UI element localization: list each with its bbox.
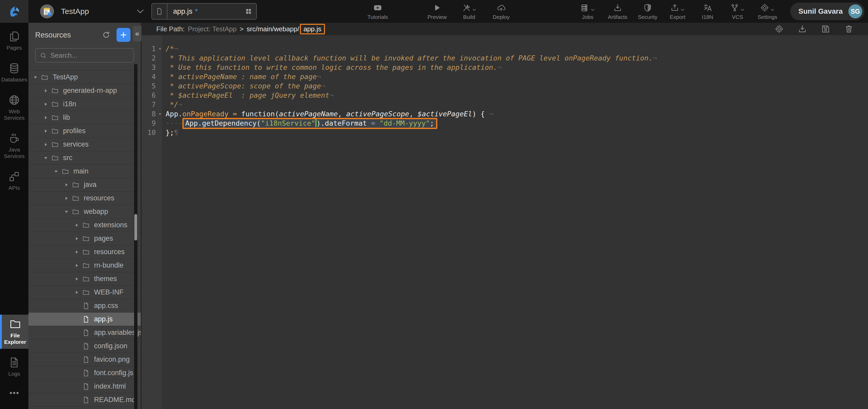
tree-node-lib[interactable]: lib [28, 111, 141, 124]
save-icon[interactable] [821, 24, 830, 34]
action-i18n[interactable]: I18N [697, 3, 718, 20]
tree-node-pages[interactable]: pages [28, 232, 141, 245]
fold-caret-icon[interactable]: ▾ [159, 47, 161, 51]
databases-icon [8, 62, 20, 74]
collapse-panel-button[interactable]: « [133, 26, 141, 41]
sidebar-item-java-services[interactable]: Java Services [0, 129, 28, 163]
caret-right-icon[interactable] [64, 182, 69, 188]
action-label: Export [670, 14, 685, 20]
breadcrumb-prefix: File Path: [156, 25, 185, 33]
chevron-down-icon [740, 7, 745, 12]
action-preview[interactable]: Preview [427, 3, 447, 20]
tree-node-generated-rn-app[interactable]: generated-rn-app [28, 84, 141, 97]
action-vcs[interactable]: VCS [727, 3, 748, 20]
tree-node-theme.variables[interactable]: theme.variables [28, 407, 141, 409]
tree-node-label: font.config.js [94, 369, 133, 377]
refresh-icon[interactable] [102, 31, 110, 39]
tree-node-resources[interactable]: resources [28, 192, 141, 205]
caret-right-icon[interactable] [64, 196, 69, 201]
file-path-bar: File Path: Project: TestApp > src/main/w… [142, 23, 868, 35]
tree-node-src[interactable]: src [28, 151, 141, 165]
caret-right-icon[interactable] [43, 101, 49, 107]
sidebar-item-apis[interactable]: APIs [0, 167, 28, 195]
grid-icon[interactable] [245, 8, 252, 15]
action-deploy[interactable]: Deploy [491, 3, 512, 20]
action-label: VCS [732, 14, 743, 20]
tree-node-font.config.js[interactable]: font.config.js [28, 366, 141, 380]
tree-node-label: themes [94, 275, 117, 283]
search-input[interactable] [51, 52, 129, 59]
caret-right-icon[interactable] [43, 88, 49, 94]
tree-node-favicon.png[interactable]: favicon.png [28, 353, 141, 366]
add-resource-button[interactable] [117, 28, 130, 42]
tree-node-config.json[interactable]: config.json [28, 340, 141, 353]
sidebar-item-label: APIs [8, 184, 20, 191]
tree-node-extensions[interactable]: extensions [28, 218, 141, 232]
caret-right-icon[interactable] [43, 142, 49, 147]
caret-down-icon[interactable] [64, 209, 69, 214]
action-security[interactable]: Security [637, 3, 658, 20]
tree-node-services[interactable]: services [28, 138, 141, 151]
caret-right-icon[interactable] [74, 236, 80, 241]
sidebar-item-databases[interactable]: Databases [0, 59, 28, 86]
code-segment: * activePageName : name of the page [165, 72, 317, 81]
delete-icon[interactable] [844, 24, 854, 34]
tree-node-themes[interactable]: themes [28, 272, 141, 286]
tree-node-readme.md[interactable]: README.md [28, 393, 141, 407]
caret-right-icon[interactable] [43, 128, 49, 134]
action-settings[interactable]: Settings [757, 3, 778, 20]
download-icon[interactable] [798, 24, 807, 34]
tree-node-index.html[interactable]: index.html [28, 380, 141, 393]
code-line-1: 1▾/*¬ [142, 44, 868, 53]
code-lines: 1▾/*¬2 * This application level callback… [142, 35, 868, 137]
caret-right-icon[interactable] [74, 222, 80, 228]
caret-down-icon[interactable] [53, 169, 59, 174]
i18n-icon-wrap [703, 3, 712, 12]
action-export[interactable]: Export [667, 3, 688, 20]
code-area[interactable]: 1▾/*¬2 * This application level callback… [142, 35, 868, 409]
wavemaker-logo[interactable] [0, 0, 28, 23]
tree-node-java[interactable]: java [28, 178, 141, 192]
tree-node-testapp[interactable]: TestApp [28, 70, 141, 84]
open-file-tab[interactable]: app.js * [151, 3, 257, 20]
code-segment: * $activePageEl : page jQuery element [165, 91, 330, 99]
code-segment: ) { [472, 110, 485, 118]
tree-node-webapp[interactable]: webapp [28, 205, 141, 218]
tree-node-app.js[interactable]: app.js [28, 313, 141, 326]
user-menu[interactable]: Sunil Gavara SG [790, 3, 864, 20]
project-selector[interactable]: TestApp [28, 0, 148, 23]
file-icon [82, 383, 90, 390]
tree-node-web-inf[interactable]: WEB-INF [28, 286, 141, 299]
tree-node-rn-bundle[interactable]: rn-bundle [28, 259, 141, 272]
caret-right-icon[interactable] [43, 115, 49, 120]
code-text: * This application level callback functi… [162, 54, 657, 62]
action-jobs[interactable]: Jobs [578, 3, 598, 20]
caret-down-icon[interactable] [33, 75, 38, 80]
sidebar-item-pages[interactable]: Pages [0, 27, 28, 55]
fold-caret-icon[interactable]: ▾ [159, 112, 161, 116]
sidebar-item-web-services[interactable]: Web Services [0, 90, 28, 125]
caret-right-icon[interactable] [74, 290, 80, 295]
caret-right-icon[interactable] [74, 263, 80, 268]
settings-gear-icon[interactable] [774, 24, 784, 34]
action-artifacts[interactable]: Artifacts [607, 3, 628, 20]
tree-node-main[interactable]: main [28, 165, 141, 178]
caret-down-icon[interactable] [43, 155, 49, 161]
code-segment: = [371, 119, 375, 127]
caret-right-icon[interactable] [74, 249, 80, 255]
sidebar-item-file-explorer[interactable]: File Explorer [0, 315, 28, 349]
tree-node-profiles[interactable]: profiles [28, 124, 141, 138]
tree-node-app.variables.js[interactable]: app.variables.js [28, 326, 141, 340]
tree-node-resources[interactable]: resources [28, 245, 141, 259]
chevron-down-icon[interactable] [135, 6, 145, 16]
tree-node-app.css[interactable]: app.css [28, 299, 141, 313]
code-segment: * Use this function to write common logi… [165, 63, 497, 71]
action-tutorials[interactable]: Tutorials [367, 3, 388, 20]
tree-node-i18n[interactable]: i18n [28, 97, 141, 111]
sidebar-item-logs[interactable]: Logs [0, 353, 28, 381]
caret-right-icon[interactable] [74, 276, 80, 282]
sidebar-more-button[interactable] [0, 387, 28, 399]
project-name: TestApp [61, 7, 89, 16]
tree-scrollbar-thumb[interactable] [134, 214, 137, 240]
action-build[interactable]: Build [459, 3, 479, 20]
